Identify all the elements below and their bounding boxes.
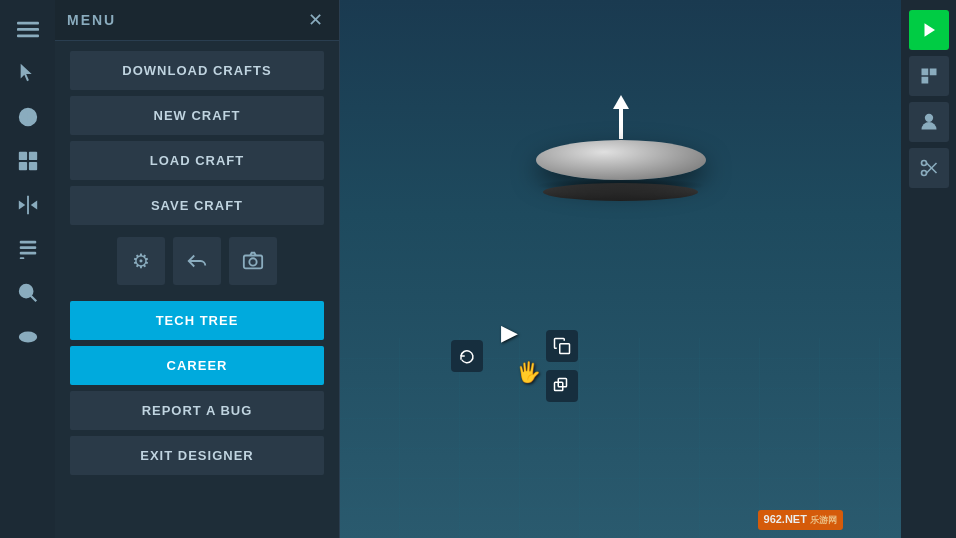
tech-tree-button[interactable]: TECH TREE [70, 301, 324, 340]
svg-rect-9 [18, 162, 26, 170]
save-craft-button[interactable]: SAVE CRAFT [70, 186, 324, 225]
svg-point-21 [25, 334, 31, 340]
new-craft-button[interactable]: NEW CRAFT [70, 96, 324, 135]
menu-header: MENU ✕ [55, 0, 339, 41]
copy-icon[interactable] [546, 330, 578, 362]
load-craft-button[interactable]: LOAD CRAFT [70, 141, 324, 180]
viewport[interactable]: ▶ 🖐 962.NET 乐游网 [340, 0, 901, 538]
menu-panel: MENU ✕ DOWNLOAD CRAFTS NEW CRAFT LOAD CR… [55, 0, 340, 538]
svg-marker-12 [18, 200, 24, 209]
watermark: 962.NET 乐游网 [758, 510, 843, 530]
menu-close-button[interactable]: ✕ [303, 8, 327, 32]
scissors-button[interactable] [909, 148, 949, 188]
download-crafts-button[interactable]: DOWNLOAD CRAFTS [70, 51, 324, 90]
craft-disc [536, 140, 706, 180]
exit-designer-button[interactable]: EXIT DESIGNER [70, 436, 324, 475]
toggle-grid-button[interactable] [909, 56, 949, 96]
svg-rect-1 [17, 28, 39, 31]
craft-object [536, 140, 706, 201]
add-part-icon[interactable] [9, 98, 47, 136]
view-icon[interactable] [9, 318, 47, 356]
svg-rect-2 [17, 35, 39, 38]
craft-base [543, 183, 698, 201]
sidebar-icons-panel [0, 0, 55, 538]
hamburger-icon[interactable] [9, 10, 47, 48]
svg-rect-28 [921, 69, 928, 76]
rotate-icon[interactable] [451, 340, 483, 372]
symmetry-icon[interactable] [9, 186, 47, 224]
svg-point-18 [19, 285, 32, 298]
move-up-arrow [613, 95, 629, 139]
svg-rect-24 [559, 344, 569, 354]
svg-rect-29 [929, 69, 936, 76]
menu-title: MENU [67, 12, 116, 28]
svg-rect-17 [19, 257, 24, 259]
profile-button[interactable] [909, 102, 949, 142]
svg-rect-8 [28, 152, 36, 160]
menu-icon-row: ⚙ [70, 231, 324, 295]
menu-buttons-container: DOWNLOAD CRAFTS NEW CRAFT LOAD CRAFT SAV… [55, 41, 339, 485]
parts-panel-icon[interactable] [9, 142, 47, 180]
search-icon[interactable] [9, 274, 47, 312]
svg-marker-3 [20, 64, 31, 81]
svg-rect-0 [17, 22, 39, 25]
hand-icon: 🖐 [516, 360, 541, 384]
svg-rect-15 [19, 246, 36, 249]
svg-rect-30 [921, 77, 928, 84]
svg-marker-13 [30, 200, 36, 209]
svg-point-31 [924, 114, 932, 122]
svg-point-23 [249, 258, 256, 265]
report-bug-button[interactable]: REPORT A BUG [70, 391, 324, 430]
svg-point-32 [921, 161, 926, 166]
svg-rect-16 [19, 252, 36, 255]
svg-point-33 [921, 171, 926, 176]
svg-rect-7 [18, 152, 26, 160]
share-button[interactable] [173, 237, 221, 285]
camera-button[interactable] [229, 237, 277, 285]
svg-marker-27 [924, 23, 935, 37]
cursor-tool-icon[interactable] [9, 54, 47, 92]
cursor-arrow-icon: ▶ [501, 320, 518, 346]
settings-button[interactable]: ⚙ [117, 237, 165, 285]
play-button[interactable] [909, 10, 949, 50]
multi-copy-icon[interactable] [546, 370, 578, 402]
right-toolbar [901, 0, 956, 538]
checklist-icon[interactable] [9, 230, 47, 268]
career-button[interactable]: CAREER [70, 346, 324, 385]
svg-line-19 [30, 296, 36, 302]
svg-rect-14 [19, 241, 36, 244]
svg-rect-10 [28, 162, 36, 170]
